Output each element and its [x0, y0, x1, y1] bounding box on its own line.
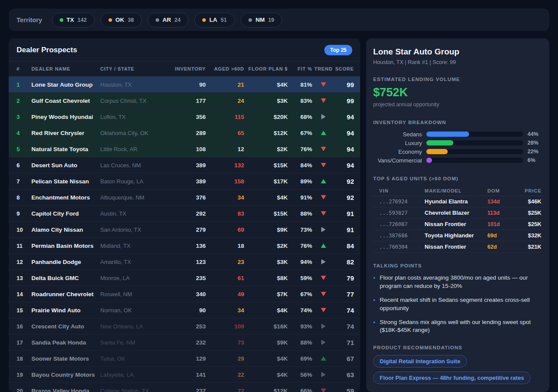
aged-vin-cell: ...726087 — [379, 221, 425, 227]
trend-cell — [312, 292, 335, 296]
aged-cell: 72 — [206, 388, 244, 392]
trend-cell — [312, 276, 335, 280]
territory-pill-nm[interactable]: NM19 — [241, 13, 282, 27]
fit-pct-cell: 89% — [288, 178, 312, 185]
table-row[interactable]: 5Natural State ToyotaLittle Rock, AR1081… — [9, 141, 360, 157]
table-row[interactable]: 18Sooner State MotorsTulsa, OK12929$4K69… — [9, 351, 360, 367]
fit-pct-cell: 73% — [288, 226, 312, 233]
aged-cell: 109 — [206, 323, 244, 330]
aged-dom-cell: 113d — [487, 210, 514, 216]
inventory-cell: 129 — [166, 355, 206, 362]
aged-model-cell: Hyundai Elantra — [425, 198, 487, 205]
table-row[interactable]: 17Sandia Peak HondaSanta Fe, NM23273$9K8… — [9, 335, 360, 351]
fit-pct-cell: 88% — [288, 339, 312, 346]
floor-plan-cell: $15K — [244, 210, 288, 217]
territory-dot-icon — [60, 18, 63, 22]
table-row[interactable]: 12Panhandle DodgeAmarillo, TX12323$3K94%… — [9, 254, 360, 270]
rank-cell: 13 — [17, 275, 31, 281]
dealer-name-cell: Crescent City Auto — [31, 323, 100, 330]
table-row[interactable]: 19Bayou Country MotorsLafayette, LA14122… — [9, 367, 360, 383]
aged-vin-cell: ...760304 — [379, 244, 425, 250]
territory-pill-tx[interactable]: TX142 — [52, 13, 95, 27]
city-state-cell: Baton Rouge, LA — [100, 178, 166, 185]
fit-pct-cell: 81% — [288, 81, 312, 88]
city-state-cell: Lafayette, LA — [100, 372, 166, 378]
rank-cell: 15 — [17, 307, 31, 314]
city-state-cell: New Orleans, LA — [100, 323, 166, 330]
product-recommendation-chip[interactable]: Floor Plan Express — 48hr funding, compe… — [373, 372, 531, 384]
product-recommendation-chip[interactable]: Digital Retail Integration Suite — [373, 355, 467, 368]
dealer-name-cell: Sooner State Motors — [31, 355, 100, 362]
table-row[interactable]: 20Brazos Valley HondaCollege Station, TX… — [9, 383, 360, 392]
column-header-rank[interactable]: # — [17, 66, 31, 71]
city-state-cell: Albuquerque, NM — [100, 194, 166, 201]
aged-units-header-row: VINMAKE/MODELDOMPRICE — [373, 186, 542, 196]
territory-dot-icon — [248, 18, 252, 22]
top-25-badge: Top 25 — [324, 45, 352, 55]
trend-cell — [312, 195, 335, 199]
table-row[interactable]: 2Gulf Coast ChevroletCorpus Christi, TX1… — [9, 93, 360, 109]
table-row[interactable]: 15Prairie Wind AutoNorman, OK9034$4K74%7… — [9, 302, 360, 318]
territory-dealer-count: 24 — [174, 17, 180, 23]
aged-cell: 21 — [206, 81, 244, 88]
column-header-aged-60d[interactable]: AGED >60D — [206, 66, 244, 71]
territory-pill-ar[interactable]: AR24 — [148, 13, 188, 27]
column-header-trend[interactable]: TREND — [312, 66, 335, 71]
column-header-floor-plan[interactable]: FLOOR PLAN $ — [244, 66, 288, 71]
trend-cell — [312, 324, 335, 329]
table-row[interactable]: 11Permian Basin MotorsMidland, TX13618$2… — [9, 238, 360, 254]
table-row[interactable]: 1Lone Star Auto GroupHouston, TX9021$4K8… — [9, 77, 360, 93]
aged-cell: 132 — [206, 162, 244, 169]
talking-point-item: •Strong Sedans mix aligns well with our … — [373, 318, 542, 335]
aged-unit-row: ...593827Chevrolet Blazer113d$25K — [373, 207, 542, 219]
table-row[interactable]: 6Desert Sun AutoLas Cruces, NM389132$15K… — [9, 157, 360, 173]
inventory-cell: 232 — [166, 339, 206, 346]
column-header-score[interactable]: SCORE — [335, 66, 354, 71]
floor-plan-cell: $3K — [244, 98, 288, 104]
rank-cell: 2 — [17, 98, 31, 104]
fit-pct-cell: 59% — [288, 275, 312, 281]
table-row[interactable]: 7Pelican State NissanBaton Rouge, LA3891… — [9, 173, 360, 189]
breakdown-row: Sedans44% — [373, 130, 542, 139]
city-state-cell: Oklahoma City, OK — [100, 130, 166, 136]
column-header-city-state[interactable]: CITY / STATE — [100, 66, 166, 71]
aged-cell: 22 — [206, 372, 244, 378]
aged-cell: 24 — [206, 98, 244, 104]
column-header-dealer-name[interactable]: DEALER NAME — [31, 66, 100, 71]
city-state-cell: Santa Fe, NM — [100, 339, 166, 346]
trend-cell — [312, 259, 335, 264]
rank-cell: 19 — [17, 372, 31, 378]
score-cell: 99 — [335, 97, 354, 105]
trend-cell — [312, 243, 335, 248]
table-body: 1Lone Star Auto GroupHouston, TX9021$4K8… — [9, 77, 360, 392]
table-row[interactable]: 4Red River ChryslerOklahoma City, OK2896… — [9, 125, 360, 141]
inventory-cell: 389 — [166, 178, 206, 185]
aged-vin-cell: ...276924 — [379, 199, 425, 205]
table-row[interactable]: 13Delta Buick GMCMonroe, LA23561$8K59%79 — [9, 270, 360, 286]
table-row[interactable]: 10Alamo City NissanSan Antonio, TX27969$… — [9, 222, 360, 238]
table-row[interactable]: 9Capitol City FordAustin, TX29283$15K88%… — [9, 206, 360, 222]
column-header-fit-pct[interactable]: FIT % — [288, 66, 312, 71]
table-row[interactable]: 14Roadrunner ChevroletRoswell, NM34049$7… — [9, 286, 360, 302]
inventory-cell: 90 — [166, 81, 206, 88]
city-state-cell: San Antonio, TX — [100, 226, 166, 233]
table-row[interactable]: 16Crescent City AutoNew Orleans, LA25310… — [9, 318, 360, 335]
talking-point-text: Recent market shift in Sedans segment cr… — [380, 296, 542, 313]
table-row[interactable]: 8Enchantment MotorsAlbuquerque, NM37634$… — [9, 189, 360, 206]
territory-pill-ok[interactable]: OK38 — [101, 13, 142, 27]
city-state-cell: Austin, TX — [100, 210, 166, 217]
territory-state-code: LA — [209, 17, 217, 23]
aged-unit-row: ...726087Nissan Frontier101d$25K — [373, 219, 542, 230]
inventory-cell: 136 — [166, 243, 206, 249]
trend-up-icon — [321, 243, 326, 248]
table-row[interactable]: 3Piney Woods HyundaiLufkin, TX356115$20K… — [9, 109, 360, 125]
column-header-inventory[interactable]: INVENTORY — [166, 66, 206, 71]
score-cell: 94 — [335, 162, 354, 169]
rank-cell: 16 — [17, 323, 31, 330]
score-cell: 67 — [335, 355, 354, 362]
aged-cell: 61 — [206, 275, 244, 281]
breakdown-bar-track — [426, 140, 523, 145]
territory-pill-la[interactable]: LA51 — [194, 13, 235, 27]
floor-plan-cell: $20K — [244, 114, 288, 120]
trend-up-icon — [321, 356, 326, 361]
